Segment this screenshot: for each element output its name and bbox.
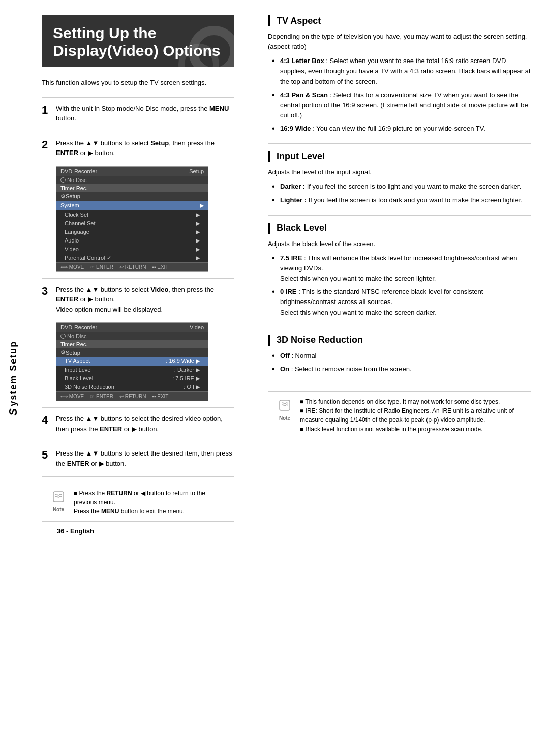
right-sep-3 <box>268 327 531 327</box>
note-label-right: Note <box>279 414 290 422</box>
menu1-item-audio: Audio▶ <box>56 236 208 245</box>
step-5-text: Press the ▲▼ buttons to select the desir… <box>56 448 234 468</box>
menu-header-2: DVD-Recorder Video <box>56 323 208 332</box>
menu1-no-disc: No Disc <box>56 176 208 184</box>
noise-reduction-section: 3D Noise Reduction Off : Normal On : Sel… <box>268 335 531 375</box>
black-level-title: Black Level <box>268 223 531 234</box>
step-2: 2 Press the ▲▼ buttons to select Setup, … <box>42 138 234 158</box>
step-2-text: Press the ▲▼ buttons to select Setup, th… <box>56 138 234 158</box>
separator-5 <box>42 442 234 442</box>
input-level-bullet-darker: Darker : If you feel the screen is too l… <box>272 182 531 192</box>
menu2-timer-rec: Timer Rec. <box>56 340 208 348</box>
menu2-item-tvaspect: TV Aspect: 16:9 Wide ▶ <box>56 357 208 366</box>
page-container: System Setup Setting Up the Display(Vide… <box>0 0 549 756</box>
menu2-item-blacklevel: Black Level: 7.5 IRE ▶ <box>56 374 208 383</box>
menu-mockup-2: DVD-Recorder Video No Disc Timer Rec. ⚙ … <box>56 322 208 401</box>
menu1-item-clockset: Clock Set▶ <box>56 210 208 219</box>
step-4-text: Press the ▲▼ buttons to select the desir… <box>56 414 234 434</box>
right-note-box: Note ■ This function depends on disc typ… <box>268 391 531 439</box>
step-2-number: 2 <box>42 138 56 152</box>
black-level-bullet-75ire: 7.5 IRE : This will enhance the black le… <box>272 253 531 284</box>
menu1-timer-rec: Timer Rec. <box>56 184 208 192</box>
input-level-bullets: Darker : If you feel the screen is too l… <box>272 182 531 206</box>
menu1-header-left: DVD-Recorder <box>60 168 97 174</box>
title-block: Setting Up the Display(Video) Options <box>42 15 234 67</box>
menu1-item-parental: Parental Control ✓▶ <box>56 254 208 262</box>
right-note-content: ■ This function depends on disc type. It… <box>300 397 525 434</box>
tv-aspect-section: TV Aspect Depending on the type of telev… <box>268 15 531 134</box>
two-col-layout: Setting Up the Display(Video) Options Th… <box>26 0 549 756</box>
note-icon-right <box>277 397 293 413</box>
menu2-no-disc: No Disc <box>56 332 208 340</box>
step-1-text: With the unit in Stop mode/No Disc mode,… <box>56 104 234 124</box>
section-bar-noise <box>268 335 270 346</box>
noise-reduction-title: 3D Noise Reduction <box>268 335 531 346</box>
note-content-left: ■ Press the RETURN or ◀ button to return… <box>74 489 228 516</box>
black-level-intro: Adjusts the black level of the screen. <box>268 239 531 249</box>
step-1-number: 1 <box>42 104 56 117</box>
separator-1 <box>42 97 234 98</box>
right-sep-2 <box>268 215 531 216</box>
menu-mockup-1: DVD-Recorder Setup No Disc Timer Rec. ⚙ … <box>56 166 208 272</box>
tv-aspect-bullets: 4:3 Letter Box : Select when you want to… <box>272 56 531 134</box>
main-content: Setting Up the Display(Video) Options Th… <box>26 0 549 756</box>
left-column: Setting Up the Display(Video) Options Th… <box>26 0 250 756</box>
menu2-items: TV Aspect: 16:9 Wide ▶ Input Level: Dark… <box>56 357 208 391</box>
step-4-number: 4 <box>42 414 56 427</box>
input-level-title: Input Level <box>268 151 531 162</box>
menu1-items: Clock Set▶ Channel Set▶ Language▶ Audio▶… <box>56 210 208 262</box>
note-svg-right <box>278 398 292 412</box>
note-label-left: Note <box>53 506 64 513</box>
section-bar-black <box>268 223 270 234</box>
setup-icon-2: ⚙ <box>60 349 66 356</box>
note-icon-left <box>50 489 67 505</box>
black-level-bullet-0ire: 0 IRE : This is the standard NTSC refere… <box>272 287 531 317</box>
noise-reduction-bullet-off: Off : Normal <box>272 351 531 361</box>
menu2-header-left: DVD-Recorder <box>60 324 97 330</box>
black-level-bullets: 7.5 IRE : This will enhance the black le… <box>272 253 531 318</box>
input-level-section: Input Level Adjusts the level of the inp… <box>268 151 531 206</box>
separator-3 <box>42 278 234 279</box>
menu1-item-language: Language▶ <box>56 228 208 236</box>
noise-reduction-bullets: Off : Normal On : Select to remove noise… <box>272 351 531 375</box>
menu-header-1: DVD-Recorder Setup <box>56 167 208 176</box>
separator-6 <box>42 476 234 477</box>
step-4: 4 Press the ▲▼ buttons to select the des… <box>42 414 234 434</box>
step-3-number: 3 <box>42 285 56 298</box>
step-3: 3 Press the ▲▼ buttons to select Video, … <box>42 285 234 315</box>
sidebar: System Setup <box>0 0 26 756</box>
svg-rect-0 <box>53 492 64 502</box>
tv-aspect-title: TV Aspect <box>268 15 531 26</box>
input-level-bullet-lighter: Lighter : If you feel the screen is too … <box>272 195 531 206</box>
right-column: TV Aspect Depending on the type of telev… <box>250 0 549 756</box>
sidebar-text: ystem Setup <box>8 341 18 406</box>
separator-4 <box>42 407 234 408</box>
menu1-item-channelset: Channel Set▶ <box>56 219 208 228</box>
step-1: 1 With the unit in Stop mode/No Disc mod… <box>42 104 234 124</box>
step-5-number: 5 <box>42 448 56 462</box>
menu2-item-3dnr: 3D Noise Reduction: Off ▶ <box>56 383 208 391</box>
step-5: 5 Press the ▲▼ buttons to select the des… <box>42 448 234 468</box>
input-level-intro: Adjusts the level of the input signal. <box>268 167 531 177</box>
right-sep-1 <box>268 143 531 144</box>
menu1-selected-system: System ▶ <box>56 201 208 210</box>
menu2-item-inputlevel: Input Level: Darker ▶ <box>56 366 208 374</box>
tv-aspect-bullet-panscan: 4:3 Pan & Scan : Select this for a conve… <box>272 90 531 120</box>
right-sep-4 <box>268 384 531 384</box>
separator-2 <box>42 132 234 132</box>
tv-aspect-bullet-letterbox: 4:3 Letter Box : Select when you want to… <box>272 56 531 86</box>
menu1-header-right: Setup <box>189 168 204 174</box>
note-svg-left <box>51 490 66 504</box>
menu2-setup-row: ⚙ Setup <box>56 348 208 357</box>
section-bar-tv <box>268 15 270 26</box>
svg-rect-1 <box>280 400 290 410</box>
menu2-footer: ⟺ MOVE ☞ ENTER ↩ RETURN ▪▪ EXIT <box>56 391 208 401</box>
black-level-section: Black Level Adjusts the black level of t… <box>268 223 531 318</box>
menu1-item-video: Video▶ <box>56 245 208 254</box>
arrow-icon-1: ▶ <box>200 202 204 209</box>
step-3-text: Press the ▲▼ buttons to select Video, th… <box>56 285 234 315</box>
sidebar-label: System Setup <box>7 341 20 416</box>
setup-icon: ⚙ <box>60 193 66 200</box>
menu1-footer: ⟺ MOVE ☞ ENTER ↩ RETURN ▪▪ EXIT <box>56 262 208 271</box>
page-footer: 36 - English <box>42 522 234 540</box>
